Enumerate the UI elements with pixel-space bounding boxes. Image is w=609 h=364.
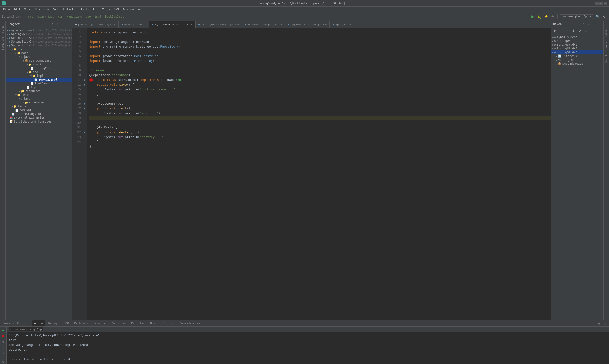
tab-close-bookdao[interactable]: ✕ [145,23,146,26]
tab-close-appforannotation[interactable]: ✕ [325,23,327,26]
more-tabs-button[interactable]: ▾ [354,25,358,28]
bottom-tab-profiler[interactable]: Profiler [129,320,147,326]
maven-lifecycle[interactable]: ▶ 🔄 Lifecycle [551,54,603,58]
tree-target[interactable]: ▼ 📁 target [6,104,72,108]
tree-test[interactable]: ▼ 📁 test [6,93,72,97]
maven-download-btn[interactable]: ⬇ [571,28,576,34]
tab-close-app[interactable]: ✕ [350,23,351,26]
tree-com-wangqiang[interactable]: ▼ 📦 com.wangqiang [6,59,72,63]
menu-refactor[interactable]: Refactor [61,7,79,12]
close-button[interactable]: ✕ [604,2,607,5]
maven-run-btn[interactable]: ▶ [552,28,558,34]
breadcrumb-main[interactable]: main [37,15,44,18]
run-settings-button[interactable]: ⚙ [1,359,6,364]
sidebar-settings[interactable]: ⚙ [50,22,54,26]
bottom-tab-problems[interactable]: Problems [72,320,91,326]
breadcrumb-src[interactable]: src [28,15,33,18]
fold-17[interactable]: ▼ [83,106,87,111]
breadcrumb-bookdaoimpl[interactable]: BookDaoImpl [105,15,124,18]
tree-springconfig[interactable]: 📄 SpringConfig [6,66,72,70]
tab-bookserviceimpl[interactable]: BookServiceImpl.java ✕ [242,21,285,28]
sidebar-collapse[interactable]: ≡ [55,22,60,26]
run-tab-app[interactable]: ✕ com.wangqiang.App [9,327,43,331]
fold-12[interactable]: ▼ [83,82,87,87]
fold-22[interactable]: ▼ [83,130,87,135]
run-print-button[interactable]: 🖨 [1,351,6,355]
tree-java[interactable]: ▼ ☕ java [6,55,72,59]
search-everywhere-button[interactable]: 🔍 [595,14,600,20]
bottom-tab-debug[interactable]: Debug [46,320,59,326]
debug-button[interactable]: 🐛 [536,14,542,20]
tree-springstudy3[interactable]: ▶ ◉ SpringStudy3 E:\Users\BabyQ\IdeaProj… [6,40,72,43]
tab-bookdaoimpl-active[interactable]: 4\...\BookDaoImpl.java ✕ [149,21,195,28]
tab-close-bookserviceimpl[interactable]: ✕ [281,23,282,26]
sidebar-options[interactable]: ⋯ [66,22,70,26]
tab-bookdaoimpl-3[interactable]: 3\...\BookDaoImpl.java ✕ [195,21,242,28]
bottom-tab-build[interactable]: Build [148,320,161,326]
profile-button[interactable]: ⚡ [543,14,549,20]
vtab-notifications[interactable]: Notifications [604,40,608,65]
breadcrumb-java[interactable]: java [47,15,54,18]
tree-impl[interactable]: ▼ 📁 impl [6,74,72,78]
tab-bookdao[interactable]: BookDao.java ✕ [119,21,149,28]
breadcrumb-dao[interactable]: dao [86,15,91,18]
run-rerun-button[interactable]: ↺ [1,339,6,344]
tree-main[interactable]: ▼ 📁 main [6,51,72,55]
vtab-database[interactable]: Database [604,23,608,39]
run-config-dropdown[interactable]: com.wangqiang.App ▾ [559,14,594,19]
maven-collapse[interactable]: ↕ [592,22,596,26]
fold-11[interactable]: ▼ [83,78,87,82]
tab-close-pom[interactable]: ✕ [114,23,116,26]
tree-scratches[interactable]: ▶ 📝 Scratches and Consoles [6,120,72,123]
run-play-button[interactable]: ▶ [1,328,6,332]
bottom-tab-spring[interactable]: Spring [162,320,177,326]
tree-src[interactable]: ▼ 📁 src [6,47,72,51]
menu-tools[interactable]: Tools [100,7,113,12]
menu-edit[interactable]: Edit [12,7,22,12]
menu-file[interactable]: File [1,7,12,12]
run-button[interactable]: ▶ [530,14,535,20]
tab-close-bookdaoimpl-3[interactable]: ✕ [237,23,239,26]
tree-spring05[interactable]: ▶ ◉ Spring05 E:\Users\BabyQ\IdeaProjects… [6,32,72,36]
code-editor[interactable]: 1 2 3 4 5 6 7 8 9 10 11 12 13 14 15 16 1 [72,28,551,320]
tab-pom-xml[interactable]: pom.xml (SpringStudy4) ✕ [72,21,119,28]
bottom-panel-settings[interactable]: ⚙ [596,321,602,326]
maven-refresh-btn[interactable]: ↺ [577,28,583,34]
bottom-tab-todo[interactable]: TODO [60,320,71,326]
tab-app[interactable]: App.java ✕ [330,21,354,28]
menu-run[interactable]: Run [91,7,100,12]
structure-vtab[interactable]: Structure [1,36,4,52]
maven-springstudy2[interactable]: ▶ ◉ SpringStudy2 [551,43,603,47]
menu-code[interactable]: Code [51,7,61,12]
menu-window[interactable]: Window [122,7,136,12]
window-controls[interactable]: ─ □ ✕ [595,2,607,5]
tree-bookdaoimpl[interactable]: 📄 BookDaoImpl [6,78,72,82]
settings-button[interactable]: ⚙ [601,14,607,20]
tree-test-java[interactable]: ▼ ☕ java [6,97,72,101]
maven-dependencies[interactable]: ▶ 📦 Dependencies [551,62,603,66]
tree-resources[interactable]: ▶ 📁 resources [6,89,72,93]
tree-config[interactable]: ▶ 📁 config [6,63,72,66]
fold-16[interactable]: ▼ [83,101,87,106]
tab-appforannotation[interactable]: AppForAnnotation.java ✕ [285,21,330,28]
tree-pom[interactable]: 📄 pom.xml [6,108,72,112]
project-vtab[interactable]: Project [1,23,4,36]
bottom-tab-services[interactable]: Services [110,320,128,326]
tree-springstudy4[interactable]: ▼ ◉ SpringStudy4 E:\Users\BabyQ\IdeaProj… [6,43,72,47]
breadcrumb-wangqiang[interactable]: wangqiang [67,15,82,18]
tree-iml[interactable]: 📄 SpringStudy.iml [6,112,72,116]
tree-external-libraries[interactable]: ▶ 📚 External Libraries [6,116,72,120]
tree-mybatis-demo[interactable]: ▶ ◉ mybatis-demo E:\Users\BabyQ\IdeaProj… [6,28,72,32]
menu-view[interactable]: View [22,7,33,12]
tree-dao[interactable]: ▼ 📁 dao [6,70,72,74]
bottom-tab-run[interactable]: ▶ Run [32,320,45,326]
menu-build[interactable]: Build [79,7,91,12]
maven-collapse-btn[interactable]: ≡ [583,28,589,34]
menu-vcs[interactable]: VCS [113,7,122,12]
bottom-tab-version-control[interactable]: Version Control [1,320,31,326]
breadcrumb-impl[interactable]: impl [94,15,101,18]
menu-help[interactable]: Help [136,7,146,12]
code-content[interactable]: package com.wangqiang.dao.impl; import c… [87,28,551,320]
maven-remove-btn[interactable]: − [565,28,570,34]
breadcrumb-com[interactable]: com [58,15,63,18]
